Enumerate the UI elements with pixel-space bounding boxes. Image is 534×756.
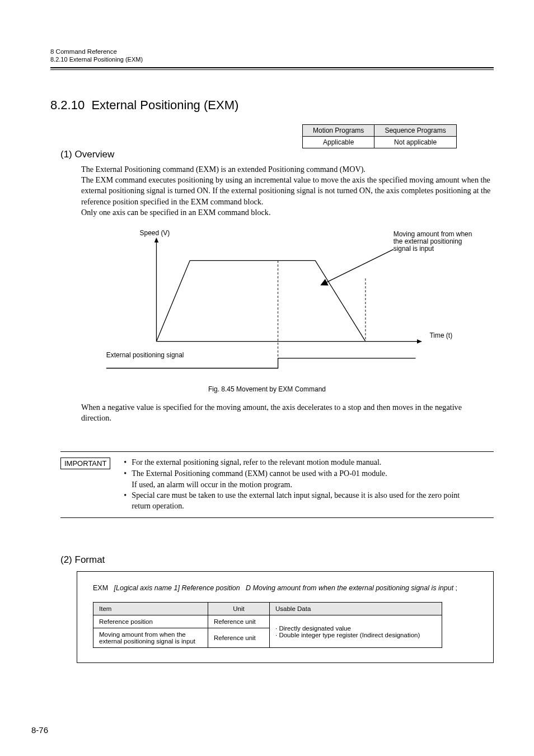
header-rule [50, 67, 494, 70]
data-line-2: · Double integer type register (Indirect… [275, 632, 436, 638]
important-label: IMPORTANT [60, 458, 110, 469]
figure-caption: Fig. 8.45 Movement by EXM Command [0, 385, 534, 393]
app-col2-header: Sequence Programs [374, 125, 456, 137]
app-col1-header: Motion Programs [303, 125, 374, 137]
section-name: External Positioning (EXM) [91, 98, 238, 112]
format-syntax: EXM [Logical axis name 1] Reference posi… [93, 584, 477, 592]
format-cmd: EXM [93, 584, 108, 592]
important-item-1: For the external positioning signal, ref… [124, 458, 471, 468]
format-axis-seg: [Logical axis name 1] Reference position [114, 584, 240, 592]
running-header: 8 Command Reference 8.2.10 External Posi… [50, 48, 143, 63]
overview-heading: (1) Overview [60, 149, 114, 160]
section-title: 8.2.10 External Positioning (EXM) [50, 98, 238, 113]
overview-paragraph: The External Positioning command (EXM) i… [81, 164, 494, 218]
th-data: Usable Data [270, 603, 442, 615]
page-number: 8-76 [31, 725, 48, 735]
diagram-svg: Speed (V) Moving amount from when the ex… [81, 230, 494, 375]
app-col2-value: Not applicable [374, 137, 456, 148]
data-line-1: · Directly designated value [275, 625, 436, 632]
app-col1-value: Applicable [303, 137, 374, 148]
important-item-3: Special care must be taken to use the ex… [124, 491, 471, 512]
format-box: EXM [Logical axis name 1] Reference posi… [77, 571, 494, 663]
format-d-seg: D Moving amount from when the external p… [246, 584, 453, 592]
header-sub: 8.2.10 External Positioning (EXM) [50, 56, 143, 63]
paragraph-negative: When a negative value is specified for t… [81, 402, 494, 423]
section-number: 8.2.10 [50, 98, 85, 112]
important-item-2-sub: If used, an alarm will occur in the moti… [124, 480, 471, 491]
r1-unit: Reference unit [208, 615, 270, 628]
th-item: Item [93, 603, 208, 615]
important-block: IMPORTANT For the external positioning s… [60, 451, 494, 518]
svg-line-4 [324, 249, 393, 283]
usable-data-cell: · Directly designated value · Double int… [270, 615, 442, 648]
format-semicolon: ; [453, 584, 457, 592]
header-chapter: 8 Command Reference [50, 48, 143, 55]
r2-unit: Reference unit [208, 628, 270, 648]
rule [60, 517, 494, 518]
r1-item: Reference position [93, 615, 208, 628]
r2-item: Moving amount from when the external pos… [93, 628, 208, 648]
label-time: Time (t) [429, 332, 452, 339]
important-text: For the external positioning signal, ref… [124, 458, 471, 512]
important-item-2: The External Positioning command (EXM) c… [124, 469, 471, 479]
label-ext-signal: External positioning signal [106, 351, 184, 359]
label-speed: Speed (V) [140, 230, 170, 237]
format-table: Item Unit Usable Data Reference position… [93, 602, 442, 648]
diagram: Speed (V) Moving amount from when the ex… [81, 230, 494, 375]
th-unit: Unit [208, 603, 270, 615]
applicability-table: Motion Programs Sequence Programs Applic… [302, 124, 457, 148]
format-heading: (2) Format [60, 554, 105, 566]
rule [60, 451, 494, 452]
label-moving-note: Moving amount from when the external pos… [394, 230, 474, 253]
